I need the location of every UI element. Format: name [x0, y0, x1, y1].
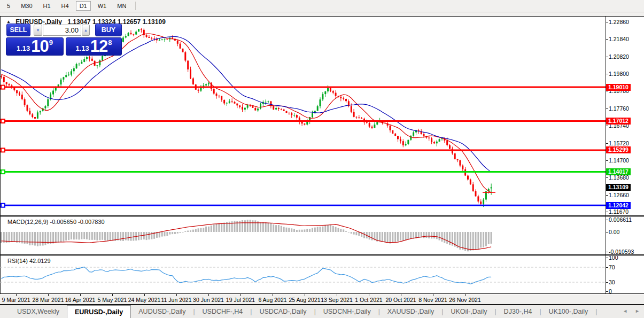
indicator-tick-label: 0: [609, 288, 612, 294]
date-tick-mark: [208, 294, 209, 296]
date-tick-mark: [273, 294, 273, 296]
tab-scroll-right-icon[interactable]: ►: [635, 308, 640, 314]
timeframe-toolbar: 5M30H1H4D1W1MN: [0, 0, 644, 12]
buy-price-whole: 1.13: [75, 44, 89, 52]
buy-price-point: 8: [108, 38, 112, 46]
price-tick-mark: [606, 195, 608, 196]
tab-scroll-left-icon[interactable]: ◄: [623, 308, 627, 314]
date-tick-mark: [80, 294, 81, 296]
indicator-tick-mark: [606, 267, 608, 268]
date-tick-mark: [337, 294, 337, 296]
date-tick-mark: [401, 294, 401, 296]
price-tick-label: 1.15720: [609, 140, 629, 146]
chart-tab-eurusd[interactable]: EURUSD-,Daily: [67, 305, 131, 318]
date-tick-mark: [465, 294, 465, 296]
price-tick-label: 1.14700: [609, 157, 629, 164]
buy-price-pips: 12: [90, 39, 107, 54]
chart-tab-usdx[interactable]: USDX,Weekly: [10, 305, 67, 318]
price-tick-mark: [606, 143, 608, 144]
date-tick-label: 26 Nov 2021: [441, 297, 489, 303]
toolbar-separator: [135, 2, 136, 10]
timeframe-button-h4[interactable]: H4: [58, 2, 73, 10]
chart-tab-usdcnh[interactable]: USDCNH-,Daily: [316, 305, 378, 318]
tab-separator: |: [595, 305, 597, 318]
price-tick-mark: [606, 39, 608, 40]
price-tick-mark: [606, 160, 608, 161]
date-tick-mark: [112, 294, 113, 296]
chart-tab-usdchf[interactable]: USDCHF-,H4: [195, 305, 251, 318]
indicator-tick-mark: [606, 282, 608, 283]
date-tick-mark: [305, 294, 305, 296]
chart-tab-xauusd[interactable]: XAUUSD-,Daily: [380, 305, 442, 318]
date-tick-mark: [369, 294, 369, 296]
price-level-badge: 1.15299: [606, 146, 631, 153]
sell-price-whole: 1.13: [17, 44, 30, 52]
indicator-tick-mark: [606, 291, 608, 292]
date-tick-mark: [433, 294, 433, 296]
buy-price-button[interactable]: 1.13 12 8: [66, 37, 122, 56]
price-tick-label: 1.12660: [609, 192, 629, 198]
timeframe-button-5[interactable]: 5: [3, 2, 14, 10]
indicator-tick-label: 30: [609, 279, 615, 285]
sell-price-pips: 10: [31, 39, 48, 54]
indicator-tick-label: 0.00: [609, 229, 619, 235]
date-tick-mark: [240, 294, 241, 296]
price-panel-bottom-border: [0, 215, 644, 216]
chart-tab-dj30[interactable]: DJ30-,H4: [496, 305, 540, 318]
x-axis-line: [0, 293, 644, 294]
price-tick-mark: [606, 57, 608, 57]
date-tick-mark: [144, 294, 145, 296]
date-tick-mark: [176, 294, 177, 296]
sell-price-point: 9: [49, 38, 53, 46]
price-tick-mark: [606, 108, 608, 109]
chart-tab-usdcad[interactable]: USDCAD-,Daily: [252, 305, 314, 318]
date-tick-mark: [48, 294, 49, 296]
price-tick-mark: [606, 91, 608, 91]
price-tick-mark: [606, 126, 608, 126]
price-level-badge: 1.12042: [606, 202, 631, 209]
indicator-tick-mark: [606, 220, 608, 220]
chart-tab-uk100[interactable]: UK100-,Daily: [541, 305, 596, 318]
price-tick-label: 1.17760: [609, 105, 629, 112]
price-tick-label: 1.21840: [609, 36, 629, 42]
price-level-badge: 1.14017: [606, 168, 631, 175]
timeframe-button-mn[interactable]: MN: [113, 2, 130, 10]
indicator-tick-label: 0.006611: [609, 216, 632, 223]
indicator-tick-mark: [606, 258, 608, 258]
timeframe-button-d1[interactable]: D1: [76, 1, 91, 11]
macd-panel-bottom-border: [0, 254, 644, 255]
date-tick-mark: [16, 294, 17, 296]
one-click-trading-panel: SELL ▼ ▲ BUY 1.13 10 9 1.13 12 8: [5, 24, 122, 56]
price-tick-mark: [606, 212, 608, 212]
chart-tab-audusd[interactable]: AUDUSD-,Daily: [131, 305, 193, 318]
buy-button[interactable]: BUY: [95, 24, 122, 36]
indicator-tick-label: 70: [609, 264, 615, 270]
timeframe-button-w1[interactable]: W1: [94, 2, 111, 10]
price-tick-mark: [606, 74, 608, 74]
rsi-label: RSI(14) 42.0129: [7, 258, 51, 264]
volume-increase-button[interactable]: ▲: [82, 25, 90, 36]
indicator-tick-mark: [606, 232, 608, 232]
price-tick-label: 1.19800: [609, 71, 629, 77]
price-level-badge: 1.19010: [606, 84, 631, 91]
sell-button[interactable]: SELL: [6, 24, 30, 36]
price-tick-label: 1.20820: [609, 53, 629, 60]
price-level-badge: 1.17012: [606, 118, 631, 125]
price-tick-label: 1.11670: [609, 208, 629, 215]
rsi-indicator-chart[interactable]: [0, 256, 606, 293]
chart-tab-ukoil[interactable]: UKOil-,Daily: [443, 305, 494, 318]
volume-decrease-button[interactable]: ▼: [34, 25, 42, 36]
macd-label: MACD(12,26,9) -0.005650 -0.007830: [7, 219, 105, 225]
indicator-tick-label: 100: [609, 254, 618, 261]
sell-price-button[interactable]: 1.13 10 9: [6, 37, 64, 56]
volume-input[interactable]: [43, 25, 81, 36]
indicator-tick-mark: [606, 252, 608, 252]
tab-scroll-arrows: ◄ ►: [623, 304, 640, 318]
timeframe-button-h1[interactable]: H1: [40, 2, 55, 10]
price-tick-label: 1.22860: [609, 19, 629, 25]
price-tick-mark: [606, 177, 608, 178]
price-tick-mark: [606, 22, 608, 22]
price-level-badge: 1.13109: [606, 184, 631, 191]
mt4-window: 5M30H1H4D1W1MN ▲ EURUSD-,Daily 1.13047 1…: [0, 0, 644, 318]
timeframe-button-m30[interactable]: M30: [17, 2, 36, 10]
